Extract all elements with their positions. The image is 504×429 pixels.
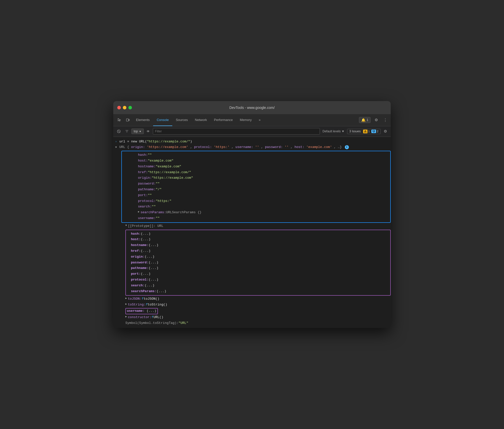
tab-sources[interactable]: Sources: [172, 114, 191, 126]
issues-badge-btn[interactable]: 🔔 1: [359, 117, 371, 123]
prop-origin: origin: "https://example.com": [122, 175, 390, 181]
constructor-line: ▶ constructor: f URL(): [113, 315, 391, 320]
constructor-toggle[interactable]: ▶: [125, 315, 127, 319]
console-input-line: › url = new URL("https://example.com/"): [113, 139, 391, 145]
prop-port: port: "": [122, 193, 390, 198]
minimize-button[interactable]: [123, 106, 126, 109]
tab-right-icons: 🔔 1 ⚙ ⋮: [359, 116, 389, 124]
prototype-properties-box: hash: (...) host: (...) hostname: (...) …: [125, 230, 391, 296]
prop-password: password: "": [122, 181, 390, 187]
proto-hostname: hostname: (...): [126, 242, 390, 248]
prototype-toggle[interactable]: ▼: [125, 224, 127, 228]
svg-line-3: [118, 131, 120, 132]
console-settings-icon[interactable]: ⚙: [382, 128, 389, 135]
proto-hash: hash: (...): [126, 231, 390, 237]
devtools-window: DevTools - www.google.com/ Elements Cons…: [113, 101, 391, 328]
window-title: DevTools - www.google.com/: [229, 106, 275, 110]
prop-href: href: "https://example.com/": [122, 170, 390, 175]
proto-port: port: (...): [126, 271, 390, 277]
tab-memory[interactable]: Memory: [236, 114, 255, 126]
input-arrow: ›: [115, 140, 117, 144]
warn-badge: ⚠ 1: [363, 130, 370, 133]
info-badge-icon: i: [345, 145, 349, 149]
tojson-toggle[interactable]: ▶: [125, 296, 127, 300]
symbol-line: Symbol(Symbol.toStringTag): "URL": [113, 320, 391, 326]
tostring-line: ▶ toString: f toString(): [113, 302, 391, 308]
issues-area: 3 Issues: ⚠ 1 🗨 2: [347, 129, 381, 134]
url-properties-box: hash: "" host: "example.com" hostname: "…: [121, 151, 391, 223]
tab-more[interactable]: »: [255, 114, 264, 126]
tab-performance[interactable]: Performance: [210, 114, 236, 126]
title-bar: DevTools - www.google.com/: [113, 101, 391, 114]
filter-bar: top ▼ 👁 Default levels ▼ 3 Issues: ⚠ 1 🗨…: [113, 126, 391, 137]
device-toggle-icon[interactable]: [124, 116, 132, 124]
tabs-bar: Elements Console Sources Network Perform…: [113, 114, 391, 126]
prop-searchparams: ▶ searchParams: URLSearchParams {}: [122, 210, 390, 216]
eye-icon[interactable]: 👁: [145, 128, 152, 135]
proto-protocol: protocol: (...): [126, 277, 390, 283]
prop-protocol: protocol: "https:": [122, 198, 390, 204]
context-selector[interactable]: top ▼: [131, 129, 144, 134]
proto-password: password: (...): [126, 260, 390, 266]
more-options-icon[interactable]: ⋮: [382, 116, 389, 124]
searchparams-toggle[interactable]: ▶: [138, 210, 139, 214]
tab-console[interactable]: Console: [153, 114, 172, 126]
tojson-line: ▶ toJSON: f toJSON(): [113, 296, 391, 302]
tab-elements[interactable]: Elements: [132, 114, 153, 126]
url-object-line: ▼ URL { origin: 'https://example.com' , …: [113, 144, 391, 150]
prop-hostname: hostname: "example.com": [122, 164, 390, 170]
proto-href: href: (...): [126, 248, 390, 254]
tostring-toggle[interactable]: ▶: [125, 302, 127, 306]
username-proto-line: username: (...): [113, 308, 391, 315]
settings-icon[interactable]: ⚙: [373, 116, 380, 124]
username-highlight-box: username: (...): [125, 308, 158, 314]
collapse-arrow[interactable]: ▼: [115, 145, 117, 149]
prop-username: username: "": [122, 216, 390, 221]
chevron-down-icon: ▼: [139, 130, 142, 133]
svg-rect-0: [126, 119, 128, 121]
close-button[interactable]: [117, 106, 121, 109]
tab-network[interactable]: Network: [191, 114, 211, 126]
clear-console-icon[interactable]: [115, 128, 122, 135]
prop-hash: hash: "": [122, 152, 390, 158]
proto-search: search: (...): [126, 283, 390, 289]
inspect-icon[interactable]: [115, 116, 123, 124]
svg-rect-1: [129, 119, 129, 121]
prop-search: search: "": [122, 204, 390, 210]
proto-origin: origin: (...): [126, 254, 390, 260]
prototype-line: ▼ [[Prototype]]: URL: [113, 223, 391, 229]
maximize-button[interactable]: [128, 106, 132, 109]
prop-host: host: "example.com": [122, 158, 390, 164]
info-badge: 🗨 2: [371, 130, 378, 133]
levels-button[interactable]: Default levels ▼: [321, 129, 346, 134]
filter-input[interactable]: [153, 128, 320, 135]
prop-pathname: pathname: "/": [122, 187, 390, 193]
proto-pathname: pathname: (...): [126, 265, 390, 271]
filter-icon[interactable]: [123, 128, 130, 135]
console-content: › url = new URL("https://example.com/") …: [113, 137, 391, 328]
traffic-lights: [117, 106, 132, 109]
proto-host: host: (...): [126, 237, 390, 242]
proto-searchparams: searchParams: (...): [126, 289, 390, 294]
